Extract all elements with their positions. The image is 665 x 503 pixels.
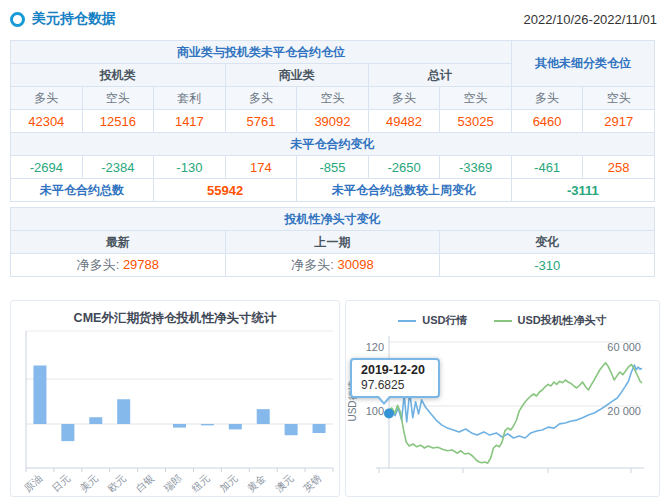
position-value: 12516 — [82, 110, 154, 133]
usd-positions-report: 美元持仓数据 2022/10/26-2022/11/01 商业类与投机类未平仓合… — [0, 0, 665, 503]
week-change-value: -3111 — [511, 179, 654, 202]
col-header: 空头 — [82, 87, 154, 110]
latest-net-long-cell: 净多头: 29788 — [11, 254, 226, 277]
category-label: 英镑 — [301, 472, 323, 494]
positions-table: 商业类与投机类未平仓合约仓位 其他未细分类仓位 投机类 商业类 总计 多头 空头… — [10, 40, 655, 202]
col-header: 空头 — [583, 87, 655, 110]
bar — [61, 424, 74, 441]
col-header: 多头 — [511, 87, 583, 110]
total-oi-value: 55942 — [154, 179, 297, 202]
tooltip-value: 97.6825 — [361, 378, 429, 392]
net-position-table: 投机性净头寸变化 最新 上一期 变化 净多头: 29788 净多头: 30098… — [10, 207, 655, 277]
bar-chart-title: CME外汇期货持仓投机性净头寸统计 — [74, 310, 277, 325]
selected-point-marker — [384, 408, 394, 418]
col-header: 多头 — [368, 87, 440, 110]
category-label: 瑞郎 — [162, 472, 184, 494]
group-header-main: 商业类与投机类未平仓合约仓位 — [11, 41, 512, 64]
legend-label: USD投机性净头寸 — [518, 313, 607, 328]
col-header-latest: 最新 — [11, 231, 226, 254]
bar — [173, 424, 186, 428]
total-oi-label: 未平仓合约总数 — [11, 179, 154, 202]
position-value: 49482 — [368, 110, 440, 133]
change-value: -2384 — [82, 156, 154, 179]
tooltip-date: 2019-12-20 — [361, 363, 429, 377]
subheader-total: 总计 — [368, 64, 511, 87]
position-value: 5761 — [225, 110, 297, 133]
change-section-header: 未平仓合约变化 — [11, 133, 655, 156]
change-value: -3369 — [440, 156, 512, 179]
col-header-previous: 上一期 — [225, 231, 440, 254]
legend-label: USD行情 — [422, 313, 467, 328]
subheader-commercial: 商业类 — [225, 64, 368, 87]
legend-item-usd-netpos[interactable]: USD投机性净头寸 — [494, 313, 607, 328]
category-label: 纽元 — [190, 472, 212, 494]
category-label: 黄金 — [245, 472, 267, 494]
category-label: 澳元 — [273, 472, 295, 494]
col-header: 空头 — [440, 87, 512, 110]
change-value: -130 — [154, 156, 226, 179]
position-value: 1417 — [154, 110, 226, 133]
chart-tooltip: 2019-12-20 97.6825 — [350, 358, 440, 398]
category-label: 加元 — [217, 472, 239, 494]
bar — [229, 424, 242, 429]
latest-net-long-value: 29788 — [123, 257, 159, 272]
net-position-header: 投机性净头寸变化 — [11, 208, 655, 231]
category-label: 白银 — [134, 472, 156, 494]
legend-swatch-green — [494, 320, 512, 322]
col-header: 多头 — [11, 87, 83, 110]
col-header: 空头 — [297, 87, 369, 110]
change-value: 174 — [225, 156, 297, 179]
bar — [33, 366, 46, 425]
net-long-label: 净多头: — [77, 257, 120, 272]
position-value: 39092 — [297, 110, 369, 133]
position-value: 53025 — [440, 110, 512, 133]
line-chart-panel: USD行情 USD投机性净头寸 120 100 60 000 20 000 US… — [345, 300, 660, 497]
category-label: 日元 — [50, 472, 72, 494]
week-change-label: 未平仓合约总数较上周变化 — [297, 179, 512, 202]
change-value: -2650 — [368, 156, 440, 179]
left-axis-tick-label: 120 — [366, 341, 384, 353]
change-value: -461 — [511, 156, 583, 179]
bar — [257, 409, 270, 424]
category-label: 美元 — [78, 472, 100, 494]
date-range: 2022/10/26-2022/11/01 — [524, 12, 658, 27]
change-value: 258 — [583, 156, 655, 179]
legend-swatch-blue — [398, 320, 416, 322]
col-header: 多头 — [225, 87, 297, 110]
chart-legend: USD行情 USD投机性净头寸 — [346, 313, 659, 328]
col-header-change: 变化 — [440, 231, 655, 254]
change-value: -2694 — [11, 156, 83, 179]
bar — [117, 399, 130, 424]
report-header: 美元持仓数据 2022/10/26-2022/11/01 — [10, 6, 657, 32]
bar — [89, 417, 102, 424]
right-axis-tick-label: 20 000 — [607, 405, 641, 417]
page-title: 美元持仓数据 — [32, 10, 116, 28]
left-axis-tick-label: 100 — [366, 405, 384, 417]
bar — [201, 424, 214, 425]
category-label: 原油 — [22, 472, 44, 494]
col-header: 套利 — [154, 87, 226, 110]
net-long-label: 净多头: — [291, 257, 334, 272]
category-label: 欧元 — [106, 472, 128, 494]
net-long-change-value: -310 — [440, 254, 655, 277]
line-chart-canvas[interactable]: 120 100 60 000 20 000 USD行情 — [346, 301, 659, 496]
bar — [313, 424, 326, 433]
group-header-other: 其他未细分类仓位 — [511, 41, 654, 87]
bar — [285, 424, 298, 435]
previous-net-long-cell: 净多头: 30098 — [225, 254, 440, 277]
right-axis-tick-label: 60 000 — [607, 341, 641, 353]
subheader-speculative: 投机类 — [11, 64, 226, 87]
bullet-circle-icon — [10, 12, 25, 27]
position-value: 6460 — [511, 110, 583, 133]
title-wrap: 美元持仓数据 — [10, 10, 116, 28]
position-value: 42304 — [11, 110, 83, 133]
bar-chart-canvas[interactable]: CME外汇期货持仓投机性净头寸统计 原油日元美元欧元白银瑞郎纽元加元黄金澳元英镑 — [11, 301, 339, 496]
legend-item-usd-price[interactable]: USD行情 — [398, 313, 467, 328]
bar-chart-panel: CME外汇期货持仓投机性净头寸统计 原油日元美元欧元白银瑞郎纽元加元黄金澳元英镑 — [10, 300, 340, 497]
position-value: 2917 — [583, 110, 655, 133]
previous-net-long-value: 30098 — [338, 257, 374, 272]
change-value: -855 — [297, 156, 369, 179]
